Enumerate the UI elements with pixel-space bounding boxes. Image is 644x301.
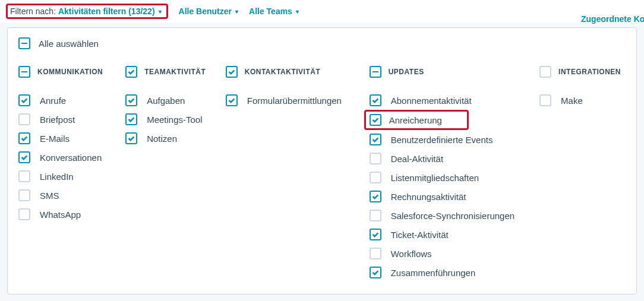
option-whatsapp[interactable]: WhatsApp <box>18 205 117 224</box>
select-all-checkbox[interactable] <box>18 37 30 49</box>
option-briefpost[interactable]: Briefpost <box>18 110 117 129</box>
group-updates: UPDATES Abonnementaktivität Anreicherung… <box>370 66 531 282</box>
option-rechnungsaktivitat[interactable]: Rechnungsaktivität <box>370 187 531 206</box>
option-anreicherung[interactable]: Anreicherung <box>364 110 469 130</box>
activity-filter-panel: Alle auswählen KOMMUNIKATION Anrufe Brie… <box>7 27 637 294</box>
chevron-down-icon: ▾ <box>159 8 162 15</box>
all-users-text: Alle Benutzer <box>179 7 232 16</box>
option-ticket-aktivitat[interactable]: Ticket-Aktivität <box>370 225 531 244</box>
option-meetings-tool[interactable]: Meetings-Tool <box>125 110 217 129</box>
group-title-integrationen: INTEGRATIONEN <box>558 68 621 76</box>
group-title-kontaktaktivitat: KONTAKTAKTIVITÄT <box>245 68 321 76</box>
checkbox[interactable] <box>18 94 30 106</box>
checkbox[interactable] <box>18 151 30 163</box>
checkbox[interactable] <box>370 191 381 202</box>
group-header-kontaktaktivitat[interactable]: KONTAKTAKTIVITÄT <box>226 66 361 78</box>
select-all-label: Alle auswählen <box>39 39 99 49</box>
checkbox[interactable] <box>18 189 30 201</box>
checkbox[interactable] <box>18 132 30 144</box>
filter-topbar: Filtern nach: Aktivitäten filtern (13/22… <box>0 0 644 23</box>
checkbox[interactable] <box>370 172 381 183</box>
group-teamaktivitat: TEAMAKTIVITÄT Aufgaben Meetings-Tool Not… <box>125 66 217 282</box>
option-zusammenfuhrungen[interactable]: Zusammenführungen <box>370 263 531 282</box>
all-teams-dropdown[interactable]: Alle Teams ▾ <box>249 7 299 16</box>
option-anrufe[interactable]: Anrufe <box>18 91 117 110</box>
option-benutzerdefinierte-events[interactable]: Benutzerdefinierte Events <box>370 130 531 149</box>
option-make[interactable]: Make <box>539 91 626 110</box>
option-sms[interactable]: SMS <box>18 186 117 205</box>
activity-filter-text: Aktivitäten filtern (13/22) <box>58 7 155 16</box>
chevron-down-icon: ▾ <box>296 8 299 15</box>
group-title-teamaktivitat: TEAMAKTIVITÄT <box>144 68 206 76</box>
option-deal-aktivitat[interactable]: Deal-Aktivität <box>370 149 531 168</box>
checkbox[interactable] <box>370 114 381 126</box>
option-abonnementaktivitat[interactable]: Abonnementaktivität <box>370 91 531 110</box>
checkbox[interactable] <box>125 132 137 144</box>
option-aufgaben[interactable]: Aufgaben <box>125 91 217 110</box>
group-integrationen: INTEGRATIONEN Make <box>539 66 626 282</box>
group-header-kommunikation[interactable]: KOMMUNIKATION <box>18 66 117 78</box>
checkbox[interactable] <box>125 113 137 125</box>
group-checkbox-teamaktivitat[interactable] <box>125 66 137 78</box>
select-all-row[interactable]: Alle auswählen <box>18 37 626 49</box>
filter-by-label: Filtern nach: <box>10 7 56 16</box>
group-checkbox-updates[interactable] <box>370 66 381 78</box>
option-workflows[interactable]: Workflows <box>370 244 531 263</box>
activity-filter-dropdown[interactable]: Aktivitäten filtern (13/22) ▾ <box>58 7 162 16</box>
checkbox[interactable] <box>18 170 30 182</box>
checkbox[interactable] <box>539 94 551 106</box>
group-kontaktaktivitat: KONTAKTAKTIVITÄT Formularübermittlungen <box>226 66 361 282</box>
filter-columns: KOMMUNIKATION Anrufe Briefpost E-Mails K… <box>18 66 626 282</box>
group-title-updates: UPDATES <box>389 68 424 76</box>
group-kommunikation: KOMMUNIKATION Anrufe Briefpost E-Mails K… <box>18 66 117 282</box>
group-header-integrationen[interactable]: INTEGRATIONEN <box>539 66 626 78</box>
checkbox[interactable] <box>125 94 137 106</box>
activity-filter-highlight: Filtern nach: Aktivitäten filtern (13/22… <box>6 4 168 19</box>
option-listenmitgliedschaften[interactable]: Listenmitgliedschaften <box>370 168 531 187</box>
option-formularubermittlungen[interactable]: Formularübermittlungen <box>226 91 361 110</box>
option-salesforce-synchronisierungen[interactable]: Salesforce-Synchronisierungen <box>370 206 531 225</box>
option-linkedin[interactable]: LinkedIn <box>18 167 117 186</box>
checkbox[interactable] <box>370 248 381 259</box>
checkbox[interactable] <box>370 267 381 278</box>
all-users-dropdown[interactable]: Alle Benutzer ▾ <box>179 7 238 16</box>
checkbox[interactable] <box>370 94 381 106</box>
checkbox[interactable] <box>18 113 30 125</box>
chevron-down-icon: ▾ <box>235 8 238 15</box>
group-checkbox-integrationen[interactable] <box>539 66 551 78</box>
checkbox[interactable] <box>18 208 30 220</box>
checkbox[interactable] <box>370 229 381 240</box>
group-checkbox-kommunikation[interactable] <box>18 66 30 78</box>
option-emails[interactable]: E-Mails <box>18 129 117 148</box>
option-konversationen[interactable]: Konversationen <box>18 148 117 167</box>
checkbox[interactable] <box>226 94 238 106</box>
checkbox[interactable] <box>370 153 381 164</box>
all-teams-text: Alle Teams <box>249 7 292 16</box>
checkbox[interactable] <box>370 210 381 221</box>
option-notizen[interactable]: Notizen <box>125 129 217 148</box>
group-title-kommunikation: KOMMUNIKATION <box>37 68 103 76</box>
group-header-updates[interactable]: UPDATES <box>370 66 531 78</box>
right-side-link[interactable]: Zugeordnete Ko <box>579 0 644 27</box>
checkbox[interactable] <box>370 134 381 145</box>
group-checkbox-kontaktaktivitat[interactable] <box>226 66 238 78</box>
group-header-teamaktivitat[interactable]: TEAMAKTIVITÄT <box>125 66 217 78</box>
